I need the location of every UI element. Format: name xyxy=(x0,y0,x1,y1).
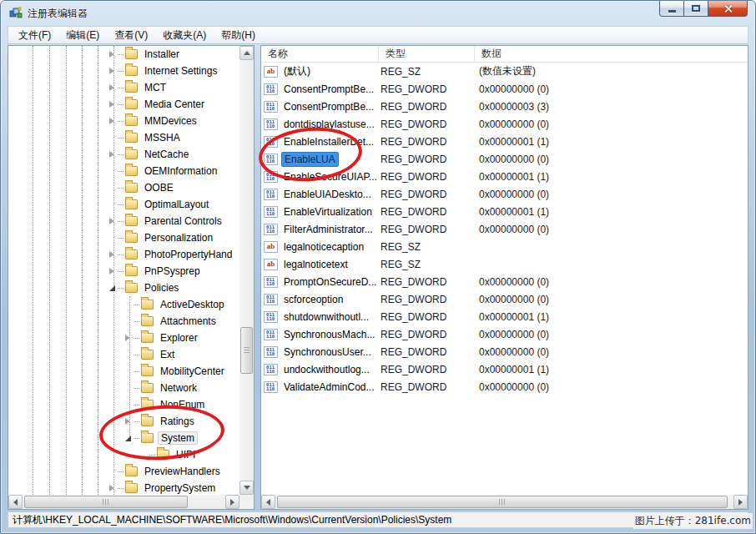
tree-item-mct[interactable]: MCT xyxy=(8,79,239,96)
expand-arrow-icon[interactable] xyxy=(107,485,117,491)
tree-item-activedesktop[interactable]: ActiveDesktop xyxy=(8,296,239,313)
tree-item-network[interactable]: Network xyxy=(8,380,239,396)
tree-vscroll-thumb[interactable] xyxy=(240,327,253,374)
folder-icon xyxy=(125,166,138,176)
value-type: REG_DWORD xyxy=(379,224,475,235)
column-header-2[interactable]: 数据 xyxy=(475,46,748,62)
tree-item-optimallayout[interactable]: OptimalLayout xyxy=(8,196,239,213)
menu-file[interactable]: 文件(F) xyxy=(11,26,58,45)
tree-item-personalization[interactable]: Personalization xyxy=(8,229,239,246)
scroll-up-button[interactable] xyxy=(239,46,254,60)
expand-arrow-icon[interactable] xyxy=(107,218,117,224)
column-header-1[interactable]: 类型 xyxy=(379,46,475,62)
menu-edit[interactable]: 编辑(E) xyxy=(58,26,107,45)
tree-item-attachments[interactable]: Attachments xyxy=(8,313,239,330)
folder-icon xyxy=(141,433,154,443)
value-row-validateadmincod[interactable]: 011110ValidateAdminCod...REG_DWORD0x0000… xyxy=(261,378,748,395)
value-row-enableuiadeskto[interactable]: 011110EnableUIADeskto...REG_DWORD0x00000… xyxy=(261,185,748,203)
menu-help[interactable]: 帮助(H) xyxy=(214,26,263,45)
expand-arrow-icon[interactable] xyxy=(107,118,117,124)
expand-arrow-icon[interactable] xyxy=(107,151,117,158)
expand-arrow-icon[interactable] xyxy=(107,251,117,258)
scroll-down-button[interactable] xyxy=(239,481,254,495)
expand-arrow-icon[interactable] xyxy=(107,101,117,108)
tree-item-system[interactable]: System xyxy=(8,430,239,446)
value-row-enableinstallerdet[interactable]: 011110EnableInstallerDet...REG_DWORD0x00… xyxy=(261,133,748,150)
list-hscroll-thumb[interactable] xyxy=(277,496,728,508)
tree-item-parental-controls[interactable]: Parental Controls xyxy=(8,213,239,229)
scroll-left-button[interactable] xyxy=(8,495,23,509)
value-row-legalnoticetext[interactable]: ablegalnoticetextREG_SZ xyxy=(261,255,748,273)
expand-arrow-icon[interactable] xyxy=(107,268,117,275)
tree-item-media-center[interactable]: Media Center xyxy=(8,96,239,113)
tree-item-policies[interactable]: Policies xyxy=(8,280,239,296)
value-name: SynchronousUser... xyxy=(281,345,374,359)
value-row-default[interactable]: ab(默认)REG_SZ(数值未设置) xyxy=(261,63,748,80)
value-row-enablesecureuiap[interactable]: 011110EnableSecureUIAP...REG_DWORD0x0000… xyxy=(261,168,748,185)
tree-item-ratings[interactable]: Ratings xyxy=(8,413,239,430)
tree-item-mssha[interactable]: MSSHA xyxy=(8,129,239,146)
value-type: REG_DWORD xyxy=(379,154,475,165)
tree-item-installer[interactable]: Installer xyxy=(8,46,239,63)
selected-key-path: 计算机\HKEY_LOCAL_MACHINE\SOFTWARE\Microsof… xyxy=(13,513,451,527)
value-name-cell: 011110ValidateAdminCod... xyxy=(261,380,379,394)
expand-arrow-icon[interactable] xyxy=(107,51,117,58)
value-row-undockwithoutlog[interactable]: 011110undockwithoutlog...REG_DWORD0x0000… xyxy=(261,360,748,378)
tree-item-previewhandlers[interactable]: PreviewHandlers xyxy=(8,463,239,480)
tree-item-mmdevices[interactable]: MMDevices xyxy=(8,113,239,129)
tree-item-explorer[interactable]: Explorer xyxy=(8,330,239,346)
value-name-cell: 011110shutdownwithoutl... xyxy=(261,310,379,324)
menu-view[interactable]: 查看(V) xyxy=(107,26,155,45)
tree-item-netcache[interactable]: NetCache xyxy=(8,146,239,163)
tree-hscroll-thumb[interactable] xyxy=(24,496,188,508)
value-row-synchronoususer[interactable]: 011110SynchronousUser...REG_DWORD0x00000… xyxy=(261,343,748,360)
scroll-left-button[interactable] xyxy=(261,495,275,509)
menu-favorites[interactable]: 收藏夹(A) xyxy=(155,26,214,45)
value-row-consentpromptbe[interactable]: 011110ConsentPromptBe...REG_DWORD0x00000… xyxy=(261,98,748,115)
folder-icon xyxy=(125,483,138,493)
tree-item-photopropertyhand[interactable]: PhotoPropertyHand xyxy=(8,246,239,263)
tree-item-internet-settings[interactable]: Internet Settings xyxy=(8,63,239,79)
tree-horizontal-scrollbar[interactable] xyxy=(8,495,239,509)
value-name-cell: 011110FilterAdministrator... xyxy=(261,223,379,236)
title-bar[interactable]: 注册表编辑器 xyxy=(1,1,755,26)
tree-item-label: MCT xyxy=(142,82,169,93)
value-row-enablelua[interactable]: 011110EnableLUAREG_DWORD0x00000000 (0) xyxy=(261,150,748,168)
expand-arrow-icon[interactable] xyxy=(123,335,133,341)
value-data: 0x00000003 (3) xyxy=(475,101,748,113)
maximize-button[interactable] xyxy=(684,1,708,17)
list-horizontal-scrollbar[interactable] xyxy=(261,495,748,509)
value-row-enablevirtualization[interactable]: 011110EnableVirtualizationREG_DWORD0x000… xyxy=(261,203,748,220)
value-type: REG_DWORD xyxy=(379,136,475,148)
expand-arrow-icon[interactable] xyxy=(107,68,117,74)
tree-item-propertysystem[interactable]: PropertySystem xyxy=(8,480,239,495)
expand-arrow-icon[interactable] xyxy=(123,418,133,425)
column-header-0[interactable]: 名称 xyxy=(261,46,379,62)
value-row-promptonsecured[interactable]: 011110PromptOnSecureD...REG_DWORD0x00000… xyxy=(261,273,748,290)
value-row-legalnoticecaption[interactable]: ablegalnoticecaptionREG_SZ xyxy=(261,238,748,255)
tree-item-ext[interactable]: Ext xyxy=(8,346,239,363)
minimize-button[interactable] xyxy=(659,1,684,17)
collapse-arrow-icon[interactable] xyxy=(107,285,117,291)
tree-item-oeminformation[interactable]: OEMInformation xyxy=(8,163,239,179)
tree-item-label: Explorer xyxy=(158,332,200,344)
tree-item-oobe[interactable]: OOBE xyxy=(8,179,239,196)
value-row-filteradministrator[interactable]: 011110FilterAdministrator...REG_DWORD0x0… xyxy=(261,220,748,238)
tree-item-label: Ratings xyxy=(158,416,197,427)
close-button[interactable] xyxy=(708,1,748,17)
value-row-synchronousmach[interactable]: 011110SynchronousMach...REG_DWORD0x00000… xyxy=(261,325,748,343)
value-row-consentpromptbe[interactable]: 011110ConsentPromptBe...REG_DWORD0x00000… xyxy=(261,80,748,98)
value-row-scforceoption[interactable]: 011110scforceoptionREG_DWORD0x00000000 (… xyxy=(261,290,748,308)
scroll-right-button[interactable] xyxy=(225,495,239,509)
tree-vertical-scrollbar[interactable] xyxy=(239,46,254,495)
expand-arrow-icon[interactable] xyxy=(107,84,117,91)
value-row-dontdisplaylastuse[interactable]: 011110dontdisplaylastuse...REG_DWORD0x00… xyxy=(261,115,748,133)
scroll-right-button[interactable] xyxy=(733,495,748,509)
tree-item-mobilitycenter[interactable]: MobilityCenter xyxy=(8,363,239,380)
tree-item-pnpsysprep[interactable]: PnPSysprep xyxy=(8,263,239,280)
reg-dword-icon: 011110 xyxy=(264,171,278,183)
collapse-arrow-icon[interactable] xyxy=(123,436,133,441)
tree-item-nonenum[interactable]: NonEnum xyxy=(8,396,239,413)
value-row-shutdownwithoutl[interactable]: 011110shutdownwithoutl...REG_DWORD0x0000… xyxy=(261,308,748,325)
tree-item-uipi[interactable]: UIPI xyxy=(8,446,239,463)
